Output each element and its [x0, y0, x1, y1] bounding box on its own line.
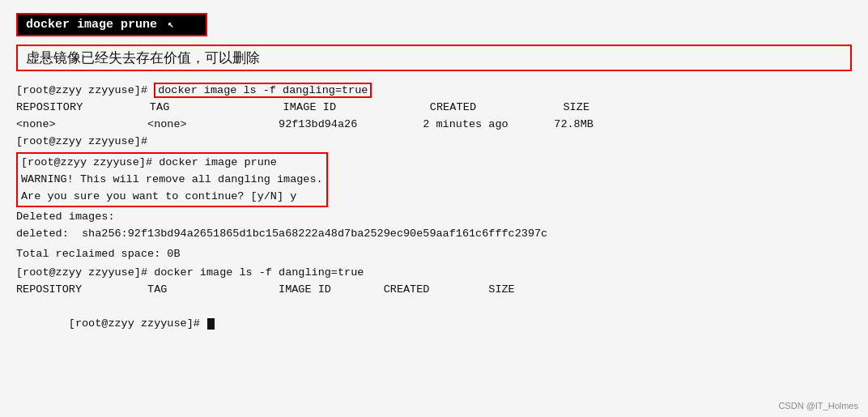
prune-cmd-line: [root@zzyy zzyyuse]# docker image prune: [21, 155, 323, 172]
watermark: CSDN @IT_Holmes: [778, 401, 858, 411]
terminal-block-3: [root@zzyy zzyyuse]# docker image ls -f …: [16, 265, 852, 350]
top-section: docker image prune ↖ 虚悬镜像已经失去存在价值，可以删除: [16, 13, 852, 71]
main-container: docker image prune ↖ 虚悬镜像已经失去存在价值，可以删除 […: [0, 0, 868, 417]
deleted-label-line: Deleted images:: [16, 209, 852, 226]
header-line-1: REPOSITORY TAG IMAGE ID CREATED SIZE: [16, 100, 852, 117]
terminal-block-1: [root@zzyy zzyyuse]# docker image ls -f …: [16, 83, 852, 151]
row-line-1: <none> <none> 92f13bd94a26 2 minutes ago…: [16, 117, 852, 134]
deleted-hash-line: deleted: sha256:92f13bd94a2651865d1bc15a…: [16, 226, 852, 243]
end-line-3: [root@zzyy zzyyuse]#: [16, 299, 852, 350]
prompt-line-1: [root@zzyy zzyyuse]# docker image ls -f …: [16, 83, 852, 100]
reclaimed-line: Total reclaimed space: 0B: [16, 246, 852, 263]
header-line-3: REPOSITORY TAG IMAGE ID CREATED SIZE: [16, 282, 852, 299]
subtitle-text: 虚悬镜像已经失去存在价值，可以删除: [26, 50, 260, 66]
command-box-1: docker image prune ↖: [16, 13, 207, 36]
end-line-1: [root@zzyy zzyyuse]#: [16, 134, 852, 151]
prompt-line-3: [root@zzyy zzyyuse]# docker image ls -f …: [16, 265, 852, 282]
subtitle-box: 虚悬镜像已经失去存在价值，可以删除: [16, 45, 852, 71]
deleted-section: Deleted images: deleted: sha256:92f13bd9…: [16, 209, 852, 243]
confirm-line: Are you sure you want to continue? [y/N]…: [21, 189, 323, 206]
cursor-block: [207, 318, 215, 330]
command-text-1: docker image prune: [26, 18, 157, 32]
cursor-arrow-icon: ↖: [168, 18, 174, 31]
reclaimed-section: Total reclaimed space: 0B: [16, 246, 852, 263]
terminal-block-2: [root@zzyy zzyyuse]# docker image prune …: [16, 152, 852, 208]
cmd-highlighted-1: docker image ls -f dangling=true: [154, 83, 372, 98]
warning-line: WARNING! This will remove all dangling i…: [21, 172, 323, 189]
terminal-section: [root@zzyy zzyyuse]# docker image ls -f …: [16, 83, 852, 350]
prune-block-highlighted: [root@zzyy zzyyuse]# docker image prune …: [16, 152, 328, 208]
prompt-1: [root@zzyy zzyyuse]#: [16, 84, 154, 96]
